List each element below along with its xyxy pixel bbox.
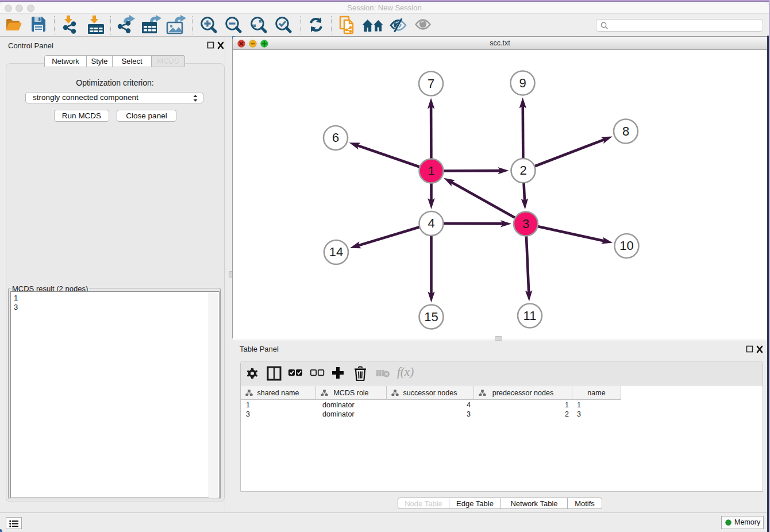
svg-text:1: 1 xyxy=(428,164,434,178)
svg-text:3: 3 xyxy=(522,217,529,231)
svg-text:15: 15 xyxy=(424,310,438,324)
svg-text:8: 8 xyxy=(622,124,629,138)
svg-text:7: 7 xyxy=(428,76,434,91)
svg-text:14: 14 xyxy=(329,245,343,259)
svg-text:11: 11 xyxy=(523,309,537,323)
svg-text:10: 10 xyxy=(619,238,633,253)
svg-text:9: 9 xyxy=(519,76,526,90)
svg-text:2: 2 xyxy=(519,163,526,178)
svg-text:6: 6 xyxy=(332,130,339,145)
svg-text:4: 4 xyxy=(428,216,434,230)
